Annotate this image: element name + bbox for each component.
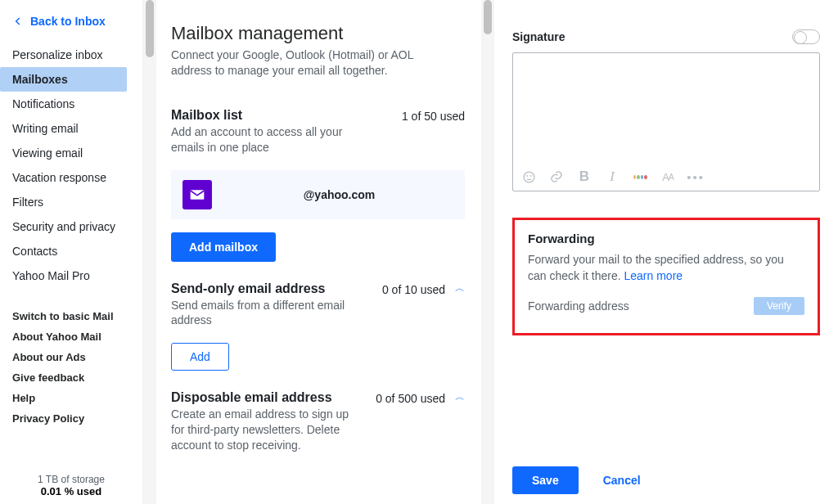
nav-help[interactable]: Help: [0, 388, 142, 408]
scrollbar-thumb[interactable]: [484, 0, 492, 34]
add-send-only-button[interactable]: Add: [171, 343, 229, 371]
disposable-title: Disposable email address: [171, 390, 359, 405]
signature-toggle[interactable]: [792, 29, 820, 44]
settings-sidebar: Back to Inbox Personalize inbox Mailboxe…: [0, 0, 143, 504]
forwarding-description: Forward your mail to the specified addre…: [528, 252, 804, 284]
storage-used: 0.01 % used: [0, 485, 142, 497]
italic-icon[interactable]: I: [605, 169, 619, 184]
scrollbar-thumb[interactable]: [146, 0, 154, 57]
verify-button[interactable]: Verify: [754, 297, 804, 315]
sidebar-scrollbar[interactable]: [143, 0, 156, 504]
send-only-desc: Send emails from a different email addre…: [171, 298, 359, 329]
send-only-count: 0 of 10 used: [382, 281, 445, 296]
nav-privacy-policy[interactable]: Privacy Policy: [0, 408, 142, 429]
nav-personalize-inbox[interactable]: Personalize inbox: [0, 43, 142, 67]
nav-filters[interactable]: Filters: [0, 190, 142, 214]
nav-mailboxes[interactable]: Mailboxes: [0, 67, 127, 92]
footer-actions: Save Cancel: [512, 466, 641, 494]
mailbox-list-count: 1 of 50 used: [402, 108, 465, 123]
cancel-button[interactable]: Cancel: [603, 474, 641, 487]
storage-total: 1 TB of storage: [0, 474, 142, 485]
nav-yahoo-mail-pro[interactable]: Yahoo Mail Pro: [0, 263, 142, 288]
mailbox-list-section: Mailbox list Add an account to access al…: [171, 108, 465, 262]
bold-icon[interactable]: B: [577, 169, 592, 184]
page-description: Connect your Google, Outlook (Hotmail) o…: [171, 47, 417, 79]
collapse-send-only-icon[interactable]: ︿: [445, 281, 465, 295]
secondary-nav: Switch to basic Mail About Yahoo Mail Ab…: [0, 306, 142, 429]
more-formatting-icon[interactable]: •••: [688, 169, 703, 184]
page-title: Mailbox management: [171, 23, 465, 44]
svg-point-3: [530, 175, 531, 176]
mailbox-account-row[interactable]: @yahoo.com: [171, 170, 465, 219]
signature-label: Signature: [512, 30, 565, 43]
add-mailbox-button[interactable]: Add mailbox: [171, 232, 276, 262]
nav-security-privacy[interactable]: Security and privacy: [0, 214, 142, 239]
disposable-count: 0 of 500 used: [376, 390, 445, 405]
disposable-desc: Create an email address to sign up for t…: [171, 407, 359, 453]
yahoo-mail-icon: [182, 180, 212, 209]
save-button[interactable]: Save: [512, 466, 579, 494]
main-content: Mailbox management Connect your Google, …: [156, 0, 481, 504]
nav-contacts[interactable]: Contacts: [0, 239, 142, 263]
nav-notifications[interactable]: Notifications: [0, 92, 142, 116]
svg-point-1: [524, 172, 534, 182]
main-scrollbar[interactable]: [481, 0, 494, 504]
send-only-title: Send-only email address: [171, 281, 359, 296]
nav-about-yahoo-mail[interactable]: About Yahoo Mail: [0, 326, 142, 347]
forwarding-section: Forwarding Forward your mail to the spec…: [512, 218, 820, 335]
primary-nav: Personalize inbox Mailboxes Notification…: [0, 43, 142, 288]
signature-editor[interactable]: B I AA •••: [512, 52, 820, 191]
nav-vacation-response[interactable]: Vacation response: [0, 165, 142, 190]
nav-give-feedback[interactable]: Give feedback: [0, 367, 142, 388]
send-only-section: Send-only email address Send emails from…: [171, 281, 465, 371]
forwarding-learn-more-link[interactable]: Learn more: [624, 269, 683, 282]
nav-switch-basic-mail[interactable]: Switch to basic Mail: [0, 306, 142, 326]
nav-viewing-email[interactable]: Viewing email: [0, 141, 142, 165]
nav-about-our-ads[interactable]: About our Ads: [0, 347, 142, 367]
link-icon[interactable]: [549, 169, 564, 184]
signature-toolbar: B I AA •••: [521, 169, 703, 184]
collapse-disposable-icon[interactable]: ︿: [445, 390, 465, 404]
font-size-icon[interactable]: AA: [660, 169, 675, 184]
mailbox-list-title: Mailbox list: [171, 108, 359, 123]
disposable-section: Disposable email address Create an email…: [171, 390, 465, 453]
forwarding-address-label: Forwarding address: [528, 299, 629, 313]
forwarding-title: Forwarding: [528, 232, 804, 245]
back-to-inbox-label: Back to Inbox: [30, 15, 106, 28]
svg-point-2: [527, 175, 528, 176]
storage-info: 1 TB of storage 0.01 % used: [0, 474, 142, 497]
mailbox-account-email: @yahoo.com: [225, 188, 453, 201]
mailbox-list-desc: Add an account to access all your emails…: [171, 124, 359, 155]
nav-writing-email[interactable]: Writing email: [0, 116, 142, 141]
emoji-icon[interactable]: [521, 169, 536, 184]
text-color-icon[interactable]: [633, 169, 647, 184]
arrow-left-icon: [12, 16, 24, 27]
detail-panel: Signature B I AA ••• Forwarding: [494, 0, 838, 504]
back-to-inbox-link[interactable]: Back to Inbox: [0, 15, 142, 28]
